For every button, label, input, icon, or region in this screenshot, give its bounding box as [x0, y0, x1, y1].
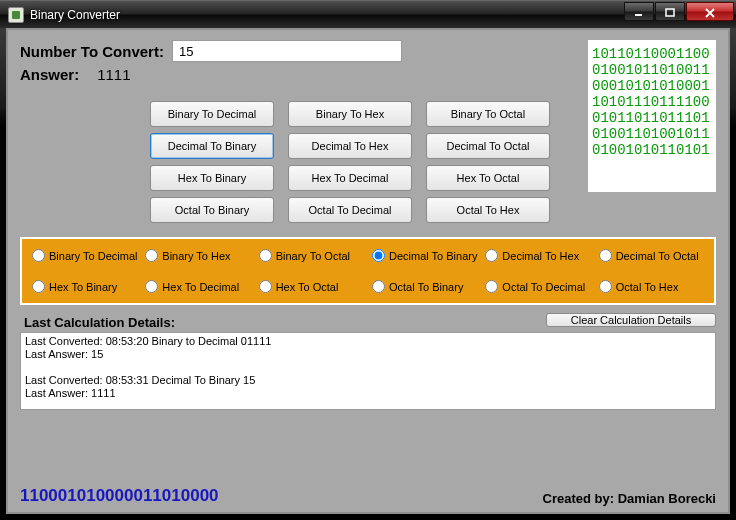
radio-label: Binary To Decimal: [49, 250, 137, 262]
radio-label: Decimal To Binary: [389, 250, 477, 262]
radio-label: Octal To Hex: [616, 281, 679, 293]
radio-input[interactable]: [259, 280, 272, 293]
radio-hex-to-octal[interactable]: Hex To Octal: [259, 280, 368, 293]
radio-octal-to-hex[interactable]: Octal To Hex: [599, 280, 708, 293]
convert-button-binary-to-hex[interactable]: Binary To Hex: [288, 101, 412, 127]
convert-button-decimal-to-binary[interactable]: Decimal To Binary: [150, 133, 274, 159]
convert-button-binary-to-decimal[interactable]: Binary To Decimal: [150, 101, 274, 127]
svg-rect-2: [666, 9, 674, 16]
svg-rect-0: [12, 11, 20, 19]
radio-input[interactable]: [259, 249, 272, 262]
close-button[interactable]: [686, 2, 734, 21]
footer-binary-number: 110001010000011010000: [20, 486, 219, 506]
radio-input[interactable]: [32, 249, 45, 262]
radio-input[interactable]: [599, 249, 612, 262]
radio-label: Decimal To Octal: [616, 250, 699, 262]
number-label: Number To Convert:: [20, 43, 164, 60]
radio-decimal-to-binary[interactable]: Decimal To Binary: [372, 249, 481, 262]
footer-credit: Created by: Damian Borecki: [543, 491, 716, 506]
radio-input[interactable]: [372, 249, 385, 262]
radio-binary-to-octal[interactable]: Binary To Octal: [259, 249, 368, 262]
radio-input[interactable]: [599, 280, 612, 293]
convert-button-octal-to-hex[interactable]: Octal To Hex: [426, 197, 550, 223]
clear-details-button[interactable]: Clear Calculation Details: [546, 313, 716, 327]
convert-button-binary-to-octal[interactable]: Binary To Octal: [426, 101, 550, 127]
convert-button-octal-to-binary[interactable]: Octal To Binary: [150, 197, 274, 223]
client-area: Number To Convert: Answer: 1111 10110110…: [0, 28, 736, 520]
radio-input[interactable]: [485, 280, 498, 293]
answer-value: 1111: [97, 66, 130, 83]
radio-label: Octal To Binary: [389, 281, 463, 293]
radio-label: Hex To Binary: [49, 281, 117, 293]
radio-label: Hex To Octal: [276, 281, 339, 293]
decorative-binary-panel: 10110110001100 01001011010011 0001010101…: [588, 40, 716, 192]
radio-label: Decimal To Hex: [502, 250, 579, 262]
title-bar: Binary Converter: [0, 0, 736, 28]
radio-binary-to-hex[interactable]: Binary To Hex: [145, 249, 254, 262]
convert-button-hex-to-decimal[interactable]: Hex To Decimal: [288, 165, 412, 191]
convert-button-hex-to-octal[interactable]: Hex To Octal: [426, 165, 550, 191]
answer-label: Answer:: [20, 66, 79, 83]
convert-button-decimal-to-hex[interactable]: Decimal To Hex: [288, 133, 412, 159]
convert-button-decimal-to-octal[interactable]: Decimal To Octal: [426, 133, 550, 159]
radio-octal-to-decimal[interactable]: Octal To Decimal: [485, 280, 594, 293]
svg-rect-1: [635, 14, 642, 16]
app-icon: [8, 7, 24, 23]
radio-label: Hex To Decimal: [162, 281, 239, 293]
radio-octal-to-binary[interactable]: Octal To Binary: [372, 280, 481, 293]
radio-input[interactable]: [145, 249, 158, 262]
radio-hex-to-decimal[interactable]: Hex To Decimal: [145, 280, 254, 293]
radio-decimal-to-hex[interactable]: Decimal To Hex: [485, 249, 594, 262]
convert-button-hex-to-binary[interactable]: Hex To Binary: [150, 165, 274, 191]
convert-button-octal-to-decimal[interactable]: Octal To Decimal: [288, 197, 412, 223]
radio-binary-to-decimal[interactable]: Binary To Decimal: [32, 249, 141, 262]
radio-label: Binary To Hex: [162, 250, 230, 262]
minimize-button[interactable]: [624, 2, 654, 21]
radio-input[interactable]: [372, 280, 385, 293]
radio-decimal-to-octal[interactable]: Decimal To Octal: [599, 249, 708, 262]
radio-hex-to-binary[interactable]: Hex To Binary: [32, 280, 141, 293]
number-input[interactable]: [172, 40, 402, 62]
maximize-button[interactable]: [655, 2, 685, 21]
radio-label: Binary To Octal: [276, 250, 350, 262]
radio-input[interactable]: [32, 280, 45, 293]
conversion-radio-panel: Binary To DecimalBinary To HexBinary To …: [20, 237, 716, 305]
window-title: Binary Converter: [30, 8, 624, 22]
radio-input[interactable]: [485, 249, 498, 262]
details-log: Last Converted: 08:53:20 Binary to Decim…: [20, 332, 716, 410]
radio-label: Octal To Decimal: [502, 281, 585, 293]
radio-input[interactable]: [145, 280, 158, 293]
